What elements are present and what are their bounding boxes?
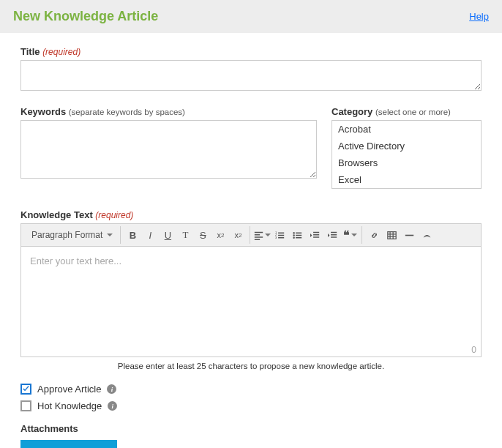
page-title: New Knowledge Article (13, 9, 158, 24)
keywords-label: Keywords (separate keywords by spaces) (20, 106, 317, 117)
svg-point-3 (293, 232, 294, 234)
category-item[interactable]: Active Directory (332, 138, 481, 154)
attachments-label: Attachments (20, 423, 482, 434)
info-icon[interactable]: i (107, 384, 116, 394)
font-button[interactable]: T (176, 227, 194, 243)
editor-body[interactable]: Enter your text here... 0 (21, 247, 481, 356)
editor-placeholder: Enter your text here... (30, 255, 121, 266)
paragraph-format-label: Paragraph Format (31, 230, 102, 240)
hot-knowledge-checkbox[interactable] (20, 400, 31, 411)
keywords-label-text: Keywords (20, 106, 66, 117)
category-item[interactable]: Browsers (332, 154, 481, 171)
editor-toolbar: Paragraph Format B I U T S x2 x2 123 (21, 224, 481, 247)
title-required: (required) (42, 47, 80, 57)
keywords-input[interactable] (20, 120, 317, 179)
knowledge-text-required: (required) (95, 210, 133, 220)
align-button[interactable] (253, 227, 271, 243)
clear-format-button[interactable] (418, 227, 435, 243)
quote-button[interactable]: ❝ (341, 227, 359, 243)
title-label-text: Title (20, 46, 40, 57)
svg-point-5 (293, 236, 294, 238)
plus-icon: + (28, 445, 34, 448)
category-item[interactable]: Acrobat (332, 121, 481, 138)
title-label: Title (required) (20, 46, 482, 57)
add-attachments-button[interactable]: + Add Attachments (20, 440, 117, 448)
outdent-button[interactable] (306, 227, 323, 243)
hot-knowledge-label: Hot Knowledge (37, 400, 102, 411)
char-count: 0 (471, 345, 476, 355)
category-label-text: Category (331, 106, 372, 117)
strikethrough-button[interactable]: S (194, 227, 211, 243)
chevron-down-icon (265, 234, 271, 236)
approve-article-label: Approve Article (37, 384, 101, 395)
superscript-button[interactable]: x2 (229, 227, 247, 243)
knowledge-text-label: Knowledge Text (required) (20, 209, 482, 220)
chevron-down-icon (107, 234, 113, 236)
category-item[interactable]: Hardware (332, 188, 481, 189)
table-button[interactable] (383, 227, 400, 243)
horizontal-rule-button[interactable] (400, 227, 418, 243)
bold-button[interactable]: B (124, 227, 141, 243)
chevron-down-icon (351, 234, 357, 236)
svg-rect-6 (405, 234, 413, 236)
knowledge-text-label-text: Knowledge Text (20, 209, 93, 220)
rich-text-editor: Paragraph Format B I U T S x2 x2 123 (20, 223, 482, 357)
help-link[interactable]: Help (469, 11, 489, 22)
add-attachments-text: Add Attachments (38, 446, 110, 449)
unordered-list-button[interactable] (288, 227, 306, 243)
italic-button[interactable]: I (141, 227, 159, 243)
category-hint: (select one or more) (375, 108, 451, 116)
underline-button[interactable]: U (159, 227, 176, 243)
helper-text: Please enter at least 25 characters to p… (20, 362, 482, 370)
category-item[interactable]: Excel (332, 171, 481, 188)
subscript-button[interactable]: x2 (211, 227, 229, 243)
ordered-list-button[interactable]: 123 (271, 227, 288, 243)
link-button[interactable] (365, 227, 383, 243)
svg-text:3: 3 (275, 235, 277, 239)
title-input[interactable] (20, 60, 482, 91)
category-label: Category (select one or more) (331, 106, 482, 117)
indent-button[interactable] (323, 227, 341, 243)
category-listbox[interactable]: Acrobat Active Directory Browsers Excel … (331, 120, 482, 189)
paragraph-format-dropdown[interactable]: Paragraph Format (27, 230, 117, 240)
approve-article-checkbox[interactable] (20, 384, 31, 395)
info-icon[interactable]: i (108, 401, 117, 411)
svg-point-4 (293, 234, 294, 236)
keywords-hint: (separate keywords by spaces) (69, 108, 185, 116)
